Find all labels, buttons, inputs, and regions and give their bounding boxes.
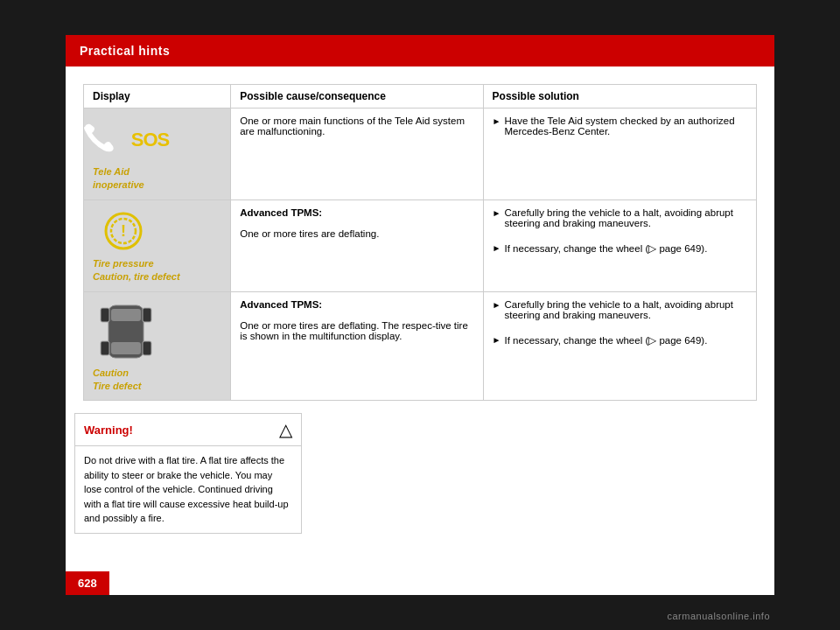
warning-box: Warning! △ Do not drive with a flat tire… xyxy=(74,413,302,534)
cause-cell-tire-defect: Advanced TPMS: One or more tires are def… xyxy=(231,291,483,401)
info-table: Display Possible cause/consequence Possi… xyxy=(83,84,757,401)
tire-pressure-icon-container: ! xyxy=(93,207,154,256)
bullet-arrow-icon: ► xyxy=(493,335,501,345)
car-top-icon xyxy=(95,297,157,367)
col-header-cause: Possible cause/consequence xyxy=(231,85,483,108)
solution-item: ► Carefully bring the vehicle to a halt,… xyxy=(493,207,747,228)
warning-text: Do not drive with a flat tire. A flat ti… xyxy=(75,446,301,533)
solution-item: ► If necessary, change the wheel (▷ page… xyxy=(493,334,747,346)
solution-text: If necessary, change the wheel (▷ page 6… xyxy=(505,242,708,255)
svg-rect-5 xyxy=(111,342,141,354)
warning-title: Warning! xyxy=(84,424,133,437)
solution-text: If necessary, change the wheel (▷ page 6… xyxy=(505,334,708,346)
page-number: 628 xyxy=(66,571,109,595)
display-cell-tele-aid: SOS Tele Aidinoperative xyxy=(84,108,231,200)
warning-triangle-icon: △ xyxy=(279,419,292,440)
header-bar: Practical hints xyxy=(66,35,774,66)
solution-cell-tele-aid: ► Have the Tele Aid system checked by an… xyxy=(483,108,756,200)
bullet-arrow-icon: ► xyxy=(493,243,501,253)
sos-text-label: SOS xyxy=(131,129,169,151)
solution-text: Have the Tele Aid system checked by an a… xyxy=(505,116,748,136)
svg-text:!: ! xyxy=(121,222,126,240)
display-cell-tire-pressure: ! Tire pressureCaution, tire defect xyxy=(84,200,231,291)
table-row: ! Tire pressureCaution, tire defect Adva… xyxy=(84,200,757,291)
tire-pressure-display: ! Tire pressureCaution, tire defect xyxy=(93,207,221,284)
page-title: Practical hints xyxy=(80,44,170,58)
svg-rect-4 xyxy=(111,309,141,321)
col-header-display: Display xyxy=(84,85,231,108)
tele-aid-label: Tele Aidinoperative xyxy=(93,165,144,192)
bullet-arrow-icon: ► xyxy=(493,300,501,310)
cause-cell-tire-pressure: Advanced TPMS: One or more tires are def… xyxy=(231,200,483,291)
watermark: carmanualsonline.info xyxy=(667,611,770,621)
warning-header: Warning! △ xyxy=(75,414,301,446)
svg-rect-7 xyxy=(143,308,151,322)
table-row: CautionTire defect Advanced TPMS: One or… xyxy=(84,291,757,401)
solution-item: ► Have the Tele Aid system checked by an… xyxy=(493,116,747,136)
cause-text-tire-defect: Advanced TPMS: One or more tires are def… xyxy=(240,299,473,341)
cause-cell-tele-aid: One or more main functions of the Tele A… xyxy=(231,108,483,200)
car-icon-container xyxy=(93,299,158,365)
tire-pressure-icon: ! xyxy=(100,209,148,253)
col-header-solution: Possible solution xyxy=(483,85,756,108)
tire-pressure-label: Tire pressureCaution, tire defect xyxy=(93,257,180,284)
page-container: Practical hints Display Possible cause/c… xyxy=(0,0,840,630)
cause-text-tele-aid: One or more main functions of the Tele A… xyxy=(240,116,465,136)
sos-icon: SOS xyxy=(78,120,169,159)
tele-aid-display: SOS Tele Aidinoperative xyxy=(93,116,221,192)
table-wrapper: Display Possible cause/consequence Possi… xyxy=(66,84,774,401)
cause-text-tire-pressure: Advanced TPMS: One or more tires are def… xyxy=(240,207,473,239)
svg-rect-9 xyxy=(143,341,151,355)
sos-icon-container: SOS xyxy=(93,116,154,164)
table-row: SOS Tele Aidinoperative One or more main… xyxy=(84,108,757,200)
tire-defect-display: CautionTire defect xyxy=(93,299,221,394)
bullet-arrow-icon: ► xyxy=(493,208,501,218)
solution-cell-tire-pressure: ► Carefully bring the vehicle to a halt,… xyxy=(483,200,756,291)
solution-item: ► Carefully bring the vehicle to a halt,… xyxy=(493,299,747,320)
solution-cell-tire-defect: ► Carefully bring the vehicle to a halt,… xyxy=(483,291,756,401)
display-cell-tire-defect: CautionTire defect xyxy=(84,291,231,401)
solution-item: ► If necessary, change the wheel (▷ page… xyxy=(493,242,747,255)
bullet-arrow-icon: ► xyxy=(493,116,501,126)
svg-rect-8 xyxy=(101,341,109,355)
svg-rect-6 xyxy=(101,308,109,322)
content-area: Practical hints Display Possible cause/c… xyxy=(66,35,774,595)
solution-text: Carefully bring the vehicle to a halt, a… xyxy=(505,207,748,228)
solution-text: Carefully bring the vehicle to a halt, a… xyxy=(505,299,748,320)
tire-defect-label: CautionTire defect xyxy=(93,367,141,394)
